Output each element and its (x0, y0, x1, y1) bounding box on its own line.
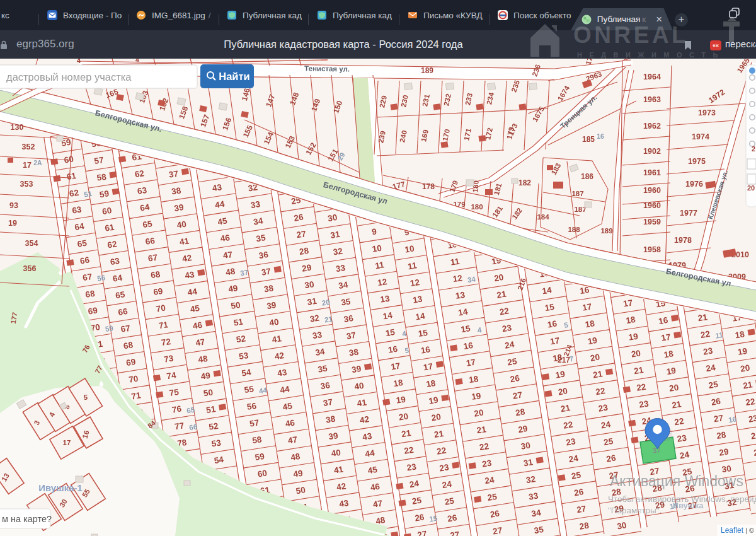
svg-text:21: 21 (697, 312, 709, 323)
svg-text:14: 14 (541, 285, 553, 296)
svg-text:36: 36 (258, 250, 270, 260)
svg-text:23: 23 (748, 413, 756, 424)
svg-text:189: 189 (600, 227, 612, 235)
svg-text:19: 19 (666, 366, 677, 376)
svg-text:22: 22 (745, 397, 755, 407)
svg-text:67: 67 (120, 323, 131, 334)
svg-text:1902: 1902 (643, 147, 661, 156)
svg-text:68: 68 (150, 269, 161, 280)
svg-text:24: 24 (568, 453, 580, 464)
svg-text:64: 64 (74, 221, 85, 232)
svg-text:29: 29 (301, 262, 312, 273)
svg-text:63: 63 (137, 185, 148, 196)
svg-text:20: 20 (431, 412, 442, 422)
svg-text:22: 22 (636, 382, 646, 393)
svg-text:17: 17 (622, 298, 633, 308)
svg-text:38: 38 (325, 414, 336, 424)
svg-text:57: 57 (93, 155, 104, 166)
svg-text:2A: 2A (33, 159, 42, 166)
svg-text:23: 23 (702, 346, 714, 356)
svg-text:18: 18 (625, 315, 636, 325)
svg-text:47: 47 (222, 250, 233, 260)
svg-text:13: 13 (379, 294, 391, 305)
svg-text:39: 39 (266, 300, 277, 311)
svg-text:34: 34 (338, 280, 349, 291)
svg-text:62: 62 (134, 168, 145, 179)
svg-text:| ©: | © (745, 527, 754, 534)
svg-text:62: 62 (106, 239, 117, 250)
svg-text:15: 15 (418, 328, 429, 339)
svg-text:19: 19 (396, 395, 406, 405)
svg-text:1975: 1975 (688, 157, 706, 166)
svg-text:18: 18 (663, 349, 675, 359)
svg-text:45: 45 (190, 303, 201, 314)
svg-text:63: 63 (110, 256, 121, 267)
svg-text:353: 353 (20, 180, 33, 189)
svg-text:34: 34 (467, 275, 476, 284)
svg-text:1959: 1959 (643, 218, 661, 226)
svg-text:69: 69 (125, 357, 136, 368)
svg-text:51: 51 (83, 190, 93, 199)
svg-text:56: 56 (246, 401, 258, 412)
svg-text:24: 24 (679, 450, 690, 460)
svg-text:65: 65 (77, 238, 88, 249)
svg-text:1978: 1978 (674, 236, 692, 245)
svg-text:21: 21 (633, 365, 644, 376)
svg-text:13: 13 (412, 294, 423, 305)
svg-text:68: 68 (84, 289, 96, 300)
svg-text:29: 29 (517, 424, 528, 434)
svg-text:186: 186 (581, 172, 593, 181)
svg-text:28: 28 (716, 430, 727, 441)
svg-text:50: 50 (295, 485, 306, 496)
svg-text:24: 24 (600, 419, 612, 430)
svg-text:42: 42 (274, 351, 285, 361)
svg-text:53: 53 (211, 438, 222, 448)
svg-text:44: 44 (258, 386, 268, 395)
svg-text:2: 2 (752, 145, 755, 153)
svg-text:24: 24 (705, 363, 716, 373)
svg-text:1962: 1962 (643, 122, 661, 131)
svg-text:25: 25 (603, 436, 614, 447)
svg-text:27: 27 (449, 530, 460, 536)
svg-text:"Параметры".: "Параметры". (608, 506, 662, 515)
svg-text:58: 58 (251, 434, 263, 445)
svg-text:40: 40 (331, 448, 341, 458)
svg-text:22: 22 (499, 306, 510, 317)
svg-text:10: 10 (404, 244, 415, 255)
svg-text:61: 61 (104, 223, 115, 233)
svg-text:70: 70 (156, 303, 166, 313)
svg-text:72: 72 (161, 337, 171, 347)
svg-text:48: 48 (290, 452, 301, 462)
svg-text:40: 40 (268, 317, 279, 328)
svg-text:20: 20 (747, 184, 755, 192)
svg-text:25: 25 (708, 380, 719, 390)
svg-text:47: 47 (287, 434, 298, 445)
svg-text:18: 18 (425, 378, 437, 389)
svg-text:11: 11 (715, 331, 724, 340)
svg-text:28: 28 (299, 246, 310, 257)
svg-text:14: 14 (415, 311, 426, 322)
svg-text:30: 30 (520, 441, 531, 452)
svg-text:26: 26 (414, 512, 425, 523)
svg-text:35: 35 (534, 525, 545, 535)
svg-text:64: 64 (139, 202, 151, 213)
svg-text:55: 55 (244, 384, 255, 395)
svg-text:16: 16 (463, 341, 474, 351)
svg-text:14: 14 (457, 306, 469, 317)
svg-text:42: 42 (336, 481, 346, 492)
svg-text:54: 54 (241, 367, 252, 378)
svg-text:26: 26 (447, 513, 458, 523)
svg-text:49: 49 (227, 283, 238, 294)
svg-text:1963: 1963 (643, 95, 661, 104)
svg-text:48: 48 (197, 354, 209, 364)
svg-text:22: 22 (700, 329, 711, 340)
svg-text:33: 33 (335, 263, 346, 274)
svg-text:65: 65 (142, 219, 153, 230)
svg-text:63: 63 (71, 204, 83, 215)
svg-text:23: 23 (438, 462, 450, 473)
svg-text:18: 18 (735, 329, 746, 340)
svg-text:53: 53 (238, 351, 249, 361)
svg-text:21: 21 (671, 399, 682, 410)
svg-text:20: 20 (493, 272, 504, 283)
svg-text:62: 62 (69, 188, 79, 199)
